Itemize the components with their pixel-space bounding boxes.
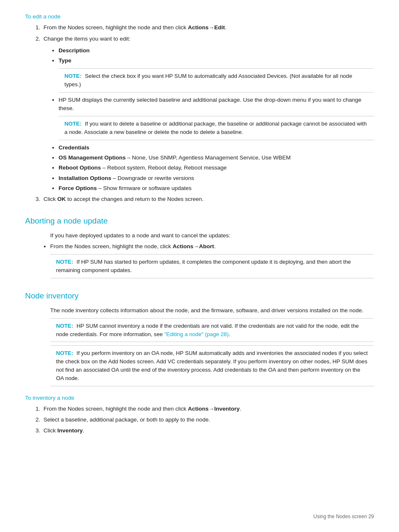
edit-step-1-bold: Actions→Edit	[188, 24, 225, 31]
aborting-note-label: NOTE:	[56, 259, 73, 265]
inv-step1-bold: Actions→Inventory	[188, 406, 240, 412]
aborting-bullet-before: From the Nodes screen, highlight the nod…	[50, 243, 173, 249]
bullet-hp-sum: HP SUM displays the currently selected b…	[59, 96, 374, 113]
bullet-installation-options: Installation Options – Downgrade or rewr…	[59, 174, 374, 182]
inv-step3-bold: Inventory	[57, 427, 83, 434]
aborting-intro: If you have deployed updates to a node a…	[50, 231, 374, 240]
bullet-force-text: – Show firmware or software updates	[97, 185, 192, 191]
bullet-credentials-text: Credentials	[59, 144, 90, 151]
node-inventory-intro: The node inventory collects information …	[50, 306, 374, 315]
bullet-os-management-bold: OS Management Options	[59, 154, 126, 161]
edit-bullet-list-2: HP SUM displays the currently selected b…	[59, 96, 374, 113]
aborting-bullet-list: From the Nodes screen, highlight the nod…	[50, 242, 374, 251]
edit-note-1-text: Select the check box if you want HP SUM …	[64, 73, 352, 87]
aborting-note: NOTE:If HP SUM has started to perform up…	[50, 254, 374, 278]
edit-note-2-label: NOTE:	[64, 121, 82, 127]
aborting-node-update-section: Aborting a node update If you have deplo…	[25, 215, 374, 278]
aborting-note-text: If HP SUM has started to perform updates…	[56, 259, 351, 273]
aborting-bullet-after: .	[214, 243, 216, 249]
bullet-os-management-text: – None, Use SNMP, Agentless Management S…	[126, 154, 291, 161]
node-inv-note2-label: NOTE:	[56, 350, 73, 356]
inventory-step-1: From the Nodes screen, highlight the nod…	[42, 405, 374, 413]
page-footer: Using the Nodes screen 29	[313, 513, 374, 520]
bullet-installation-text: – Downgrade or rewrite versions	[111, 175, 194, 181]
to-edit-a-node-heading: To edit a node	[25, 13, 61, 20]
inventory-step-3: Click Inventory.	[42, 427, 374, 435]
edit-step-1: From the Nodes screen, highlight the nod…	[42, 23, 374, 32]
edit-step-3-before: Click	[43, 196, 57, 202]
inventory-steps: From the Nodes screen, highlight the nod…	[42, 405, 374, 435]
node-inventory-note-1: NOTE:HP SUM cannot inventory a node if t…	[50, 318, 374, 342]
aborting-heading: Aborting a node update	[25, 215, 374, 227]
bullet-type-text: Type	[59, 57, 72, 64]
edit-node-steps: From the Nodes screen, highlight the nod…	[42, 23, 374, 43]
edit-bullet-list-1: Description Type	[59, 46, 374, 65]
node-inv-note1-link[interactable]: "Editing a node" (page 28)	[164, 331, 229, 337]
bullet-reboot-bold: Reboot Options	[59, 164, 101, 171]
edit-step-1-text-after: .	[225, 24, 227, 31]
to-inventory-a-node-section: To inventory a node From the Nodes scree…	[25, 394, 374, 435]
bullet-reboot-text: – Reboot system, Reboot delay, Reboot me…	[101, 164, 227, 171]
edit-step-3-list: Click OK to accept the changes and retur…	[42, 195, 374, 203]
edit-note-2: NOTE:If you want to delete a baseline or…	[59, 116, 374, 140]
node-inv-note2-text: If you perform inventory on an OA node, …	[56, 350, 368, 381]
bullet-os-management: OS Management Options – None, Use SNMP, …	[59, 154, 374, 162]
bullet-description: Description	[59, 46, 374, 55]
bullet-credentials: Credentials	[59, 144, 374, 152]
bullet-type: Type	[59, 57, 374, 65]
node-inv-note1-label: NOTE:	[56, 323, 73, 329]
aborting-bullet-bold: Actions→Abort	[173, 243, 214, 249]
inv-step3-after: .	[83, 427, 84, 434]
edit-step-1-text-before: From the Nodes screen, highlight the nod…	[43, 24, 188, 31]
edit-step-3: Click OK to accept the changes and retur…	[42, 195, 374, 203]
to-inventory-heading: To inventory a node	[25, 395, 74, 401]
edit-note-1-label: NOTE:	[64, 73, 82, 79]
bullet-force-bold: Force Options	[59, 185, 97, 191]
edit-step-3-after: to accept the changes and return to the …	[66, 196, 203, 202]
to-edit-a-node-section: To edit a node From the Nodes screen, hi…	[25, 13, 374, 203]
node-inventory-note-2: NOTE:If you perform inventory on an OA n…	[50, 345, 374, 386]
inv-step3-before: Click	[43, 427, 57, 434]
edit-bullet-list-3: Credentials OS Management Options – None…	[59, 144, 374, 193]
node-inventory-heading: Node inventory	[25, 290, 374, 302]
inv-step1-after: .	[240, 406, 241, 412]
node-inv-note1-after: .	[229, 331, 230, 337]
bullet-installation-bold: Installation Options	[59, 175, 111, 181]
node-inventory-section: Node inventory The node inventory collec…	[25, 290, 374, 386]
aborting-bullet: From the Nodes screen, highlight the nod…	[50, 242, 374, 251]
inv-step1-before: From the Nodes screen, highlight the nod…	[43, 406, 188, 412]
inventory-step-2: Select a baseline, additional package, o…	[42, 416, 374, 424]
edit-note-2-text: If you want to delete a baseline or addi…	[64, 121, 367, 135]
edit-step-3-bold: OK	[57, 196, 66, 202]
bullet-reboot-options: Reboot Options – Reboot system, Reboot d…	[59, 164, 374, 172]
bullet-description-text: Description	[59, 47, 90, 54]
edit-step-2: Change the items you want to edit:	[42, 35, 374, 43]
edit-note-1: NOTE:Select the check box if you want HP…	[59, 68, 374, 93]
bullet-force-options: Force Options – Show firmware or softwar…	[59, 184, 374, 193]
